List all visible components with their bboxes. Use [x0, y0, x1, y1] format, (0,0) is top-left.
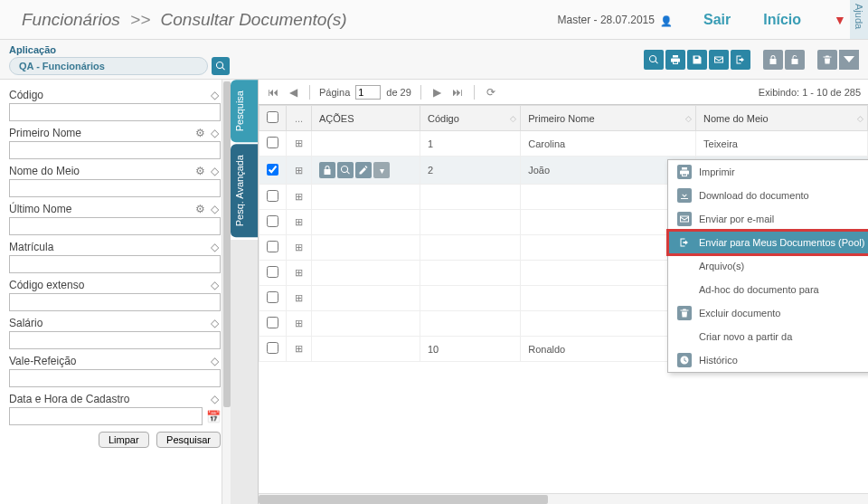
page-input[interactable]	[355, 85, 381, 100]
toolbar-save-button[interactable]	[687, 50, 707, 70]
field-input[interactable]	[9, 103, 221, 121]
pager-first[interactable]: ⏮	[266, 85, 280, 100]
gear-icon[interactable]: ⚙	[193, 203, 206, 215]
row-expand[interactable]: ⊞	[287, 235, 312, 261]
clear-icon[interactable]: ◇	[208, 317, 221, 329]
page-label: Página	[319, 87, 350, 98]
context-menu-item[interactable]: Download do documento	[668, 184, 868, 207]
row-checkbox[interactable]	[267, 342, 278, 354]
calendar-icon[interactable]: 📅	[206, 410, 221, 424]
context-menu-item[interactable]: Imprimir	[668, 160, 868, 184]
pager-prev[interactable]: ◀	[286, 85, 300, 100]
help-tab[interactable]: Ajuda	[850, 0, 868, 39]
pager-bar: ⏮ ◀ Página de 29 ▶ ⏭ ⟳ Exibindo: 1 - 10 …	[259, 80, 868, 105]
context-menu-item[interactable]: Excluir documento	[668, 301, 868, 325]
gear-icon[interactable]: ⚙	[193, 165, 206, 177]
clear-icon[interactable]: ◇	[208, 203, 221, 215]
toolbar-search-button[interactable]	[644, 50, 664, 70]
field-label: Matrícula	[9, 241, 53, 253]
row-checkbox[interactable]	[267, 164, 278, 176]
home-button[interactable]: Início	[747, 5, 817, 35]
search-icon	[340, 165, 351, 176]
context-menu-item[interactable]: Ad-hoc do documento para ▶	[668, 278, 868, 301]
user-icon[interactable]	[660, 14, 669, 25]
field-input[interactable]	[9, 179, 221, 197]
search-field: Código extenso ◇	[9, 279, 221, 311]
trash-icon	[822, 54, 833, 65]
toolbar-lock-button[interactable]	[763, 50, 783, 70]
field-input[interactable]	[9, 369, 221, 387]
row-expand[interactable]: ⊞	[287, 311, 312, 337]
clear-icon[interactable]: ◇	[208, 89, 221, 101]
context-menu-item[interactable]: Histórico	[668, 348, 868, 372]
row-checkbox[interactable]	[267, 241, 278, 252]
row-checkbox[interactable]	[267, 291, 278, 303]
breadcrumb-root[interactable]: Funcionários	[22, 10, 120, 29]
field-input[interactable]	[9, 141, 221, 159]
clear-icon[interactable]: ◇	[208, 393, 221, 405]
row-checkbox[interactable]	[267, 215, 278, 227]
clear-icon[interactable]: ◇	[208, 355, 221, 367]
toolbar-mail-button[interactable]	[709, 50, 729, 70]
search-field: Matrícula ◇	[9, 241, 221, 273]
row-checkbox[interactable]	[267, 266, 278, 278]
application-input[interactable]	[9, 57, 208, 75]
clear-icon[interactable]: ◇	[208, 127, 221, 139]
search-panel-scrollbar[interactable]	[222, 80, 231, 504]
table-row[interactable]: ⊞ 1 Carolina Teixeira	[259, 131, 868, 157]
row-checkbox[interactable]	[267, 137, 278, 148]
gear-icon[interactable]: ⚙	[193, 127, 206, 139]
row-expand[interactable]: ⊞	[287, 157, 312, 185]
search-button[interactable]: Pesquisar	[156, 432, 221, 448]
dropdown-toggle[interactable]: ▼	[817, 5, 850, 34]
field-input[interactable]	[9, 255, 221, 273]
context-menu-item[interactable]: Enviar por e-mail	[668, 207, 868, 231]
row-expand[interactable]: ⊞	[287, 261, 312, 286]
select-all-checkbox[interactable]	[267, 111, 278, 123]
field-input[interactable]	[9, 293, 221, 311]
toolbar-print-button[interactable]	[665, 50, 685, 70]
cell-codigo	[420, 261, 521, 286]
row-view-button[interactable]	[337, 162, 354, 178]
table-horizontal-scrollbar[interactable]	[259, 493, 868, 504]
field-input[interactable]	[9, 331, 221, 349]
row-context-menu: Imprimir Download do documento Enviar po…	[667, 159, 868, 373]
row-edit-button[interactable]	[355, 162, 372, 178]
row-checkbox[interactable]	[267, 317, 278, 328]
tab-pesquisa-avancada[interactable]: Pesq. Avançada	[231, 144, 258, 237]
context-menu-item[interactable]: Arquivo(s) ▶	[668, 254, 868, 278]
toolbar-delete-button[interactable]	[817, 50, 837, 70]
tab-pesquisa[interactable]: Pesquisa	[231, 80, 258, 142]
row-lock-button[interactable]	[319, 162, 335, 178]
pager-next[interactable]: ▶	[430, 85, 445, 100]
col-nome-meio[interactable]: Nome do Meio◇	[696, 106, 868, 131]
col-codigo[interactable]: Código◇	[420, 106, 521, 131]
context-menu-item[interactable]: Criar novo a partir da ▶	[668, 325, 868, 348]
row-checkbox[interactable]	[267, 190, 278, 202]
pager-refresh[interactable]: ⟳	[484, 85, 498, 100]
toolbar-more-button[interactable]	[839, 50, 859, 70]
row-expand[interactable]: ⊞	[287, 286, 312, 311]
clear-icon[interactable]: ◇	[208, 279, 221, 291]
clear-icon[interactable]: ◇	[208, 241, 221, 253]
field-input[interactable]	[9, 217, 221, 235]
row-expand[interactable]: ⊞	[287, 210, 312, 235]
logout-button[interactable]: Sair	[687, 5, 747, 35]
context-menu-item[interactable]: Enviar para Meus Documentos (Pool)	[668, 231, 868, 254]
clear-icon[interactable]: ◇	[208, 165, 221, 177]
clear-button[interactable]: Limpar	[99, 432, 149, 448]
field-input[interactable]	[9, 407, 203, 425]
col-primeiro-nome[interactable]: Primeiro Nome◇	[521, 106, 696, 131]
toolbar-export-button[interactable]	[731, 50, 750, 70]
col-actions[interactable]: AÇÕES	[312, 106, 420, 131]
cell-codigo	[420, 185, 521, 210]
row-expand[interactable]: ⊞	[287, 131, 312, 157]
row-expand[interactable]: ⊞	[287, 337, 312, 362]
row-expand[interactable]: ⊞	[287, 185, 312, 210]
pager-last[interactable]: ⏭	[450, 85, 465, 100]
col-expand: ...	[287, 106, 312, 131]
unlock-icon	[789, 54, 800, 65]
toolbar-unlock-button[interactable]	[785, 50, 805, 70]
row-menu-button[interactable]: ▾	[373, 162, 390, 178]
application-search-button[interactable]	[212, 57, 230, 75]
